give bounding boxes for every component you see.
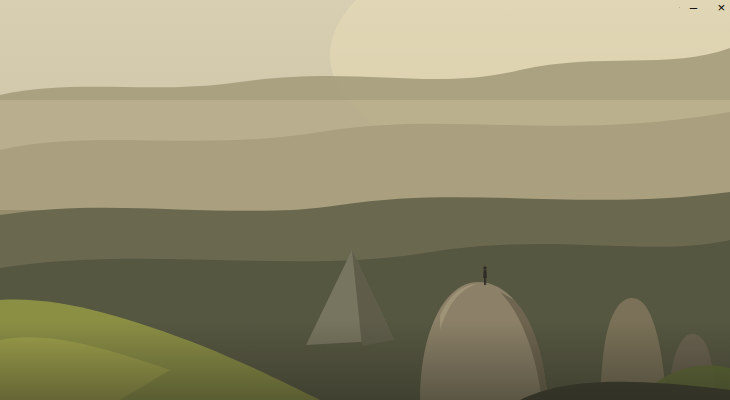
maximize-button[interactable] (701, 1, 714, 13)
wallpaper-mountain-photo (0, 0, 730, 400)
search-icon[interactable] (673, 1, 686, 13)
window-controls: – × (673, 1, 728, 13)
minimize-button[interactable]: – (687, 1, 700, 13)
browser-window: – × (0, 0, 730, 400)
close-button[interactable]: × (715, 1, 728, 13)
